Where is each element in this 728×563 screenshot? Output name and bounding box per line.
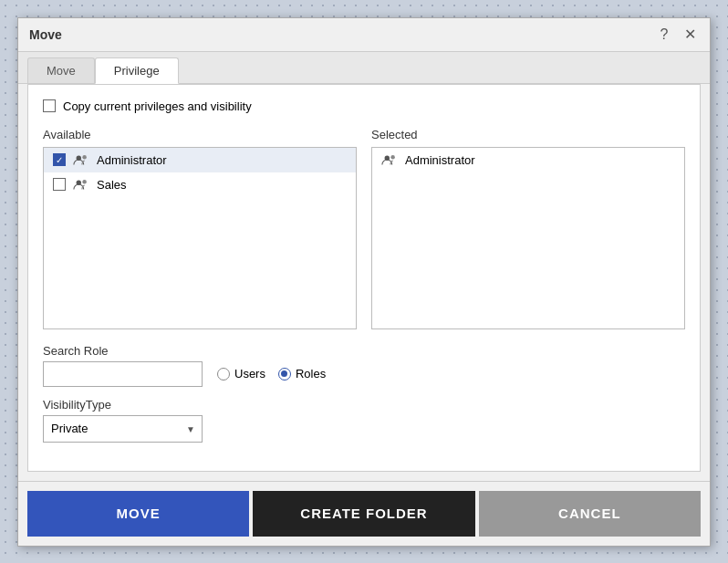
visibility-select-wrapper: Private Public Shared ▼	[43, 415, 203, 443]
copy-privilege-row: Copy current privileges and visibility	[43, 99, 685, 113]
item-checkbox-sales[interactable]	[53, 178, 66, 191]
item-label-administrator-selected: Administrator	[405, 153, 475, 167]
help-button[interactable]: ?	[655, 26, 673, 44]
radio-roles[interactable]: Roles	[278, 367, 326, 381]
svg-point-1	[82, 155, 87, 160]
radio-group: Users Roles	[217, 367, 326, 381]
radio-users-label: Users	[234, 367, 265, 381]
group-icon	[73, 178, 89, 191]
copy-privileges-label: Copy current privileges and visibility	[63, 99, 252, 113]
radio-users-circle[interactable]	[217, 368, 230, 381]
list-item[interactable]: Administrator	[44, 148, 356, 172]
search-row: Users Roles	[43, 361, 685, 387]
create-folder-button[interactable]: CREATE FOLDER	[253, 491, 474, 537]
item-checkbox-administrator[interactable]	[53, 153, 66, 166]
list-item[interactable]: Sales	[44, 172, 356, 197]
search-role-input[interactable]	[43, 361, 203, 387]
radio-roles-circle[interactable]	[278, 368, 291, 381]
tab-privilege[interactable]: Privilege	[95, 57, 179, 84]
title-bar: Move ? ✕	[18, 18, 710, 52]
cancel-button[interactable]: CANCEL	[479, 491, 701, 537]
content-area: Copy current privileges and visibility A…	[27, 84, 701, 472]
svg-point-5	[390, 155, 395, 160]
tab-bar: Move Privilege	[18, 52, 710, 84]
dialog-title: Move	[29, 27, 62, 42]
visibility-select[interactable]: Private Public Shared	[43, 415, 203, 443]
title-bar-actions: ? ✕	[655, 26, 699, 44]
available-selected-columns: Available Administra	[43, 128, 685, 329]
visibility-section: VisibilityType Private Public Shared ▼	[43, 398, 685, 443]
available-list[interactable]: Administrator Sale	[43, 147, 357, 329]
footer-buttons: MOVE CREATE FOLDER CANCEL	[18, 481, 710, 546]
search-role-section: Search Role Users Roles	[43, 344, 685, 387]
search-role-label: Search Role	[43, 344, 685, 358]
list-item[interactable]: Administrator	[372, 148, 684, 172]
selected-label: Selected	[371, 128, 685, 141]
selected-list[interactable]: Administrator	[371, 147, 685, 329]
group-icon	[73, 153, 89, 166]
close-button[interactable]: ✕	[681, 26, 699, 44]
item-label-administrator-available: Administrator	[97, 153, 167, 167]
item-label-sales: Sales	[97, 178, 127, 192]
radio-roles-label: Roles	[296, 367, 326, 381]
tab-move[interactable]: Move	[27, 57, 95, 83]
group-icon	[381, 153, 398, 166]
selected-column: Selected Administrator	[371, 128, 685, 329]
move-button[interactable]: MOVE	[27, 491, 249, 537]
radio-users[interactable]: Users	[217, 367, 265, 381]
visibility-label: VisibilityType	[43, 398, 685, 412]
available-label: Available	[43, 128, 357, 141]
move-dialog: Move ? ✕ Move Privilege Copy current pri…	[17, 17, 711, 547]
svg-point-3	[82, 180, 87, 184]
copy-privileges-checkbox[interactable]	[43, 99, 56, 112]
available-column: Available Administra	[43, 128, 357, 329]
